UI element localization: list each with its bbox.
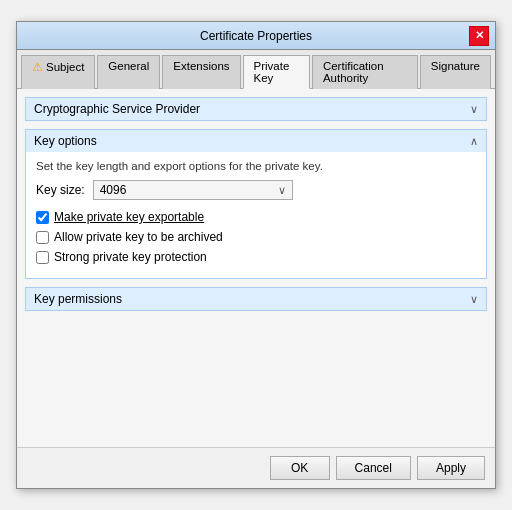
key-size-chevron-icon: ∨ — [278, 184, 286, 197]
tab-extensions[interactable]: Extensions — [162, 55, 240, 89]
checkbox-archive-row: Allow private key to be archived — [36, 230, 476, 244]
csp-label: Cryptographic Service Provider — [34, 102, 200, 116]
main-content: Cryptographic Service Provider ∨ Key opt… — [17, 89, 495, 447]
tab-signature[interactable]: Signature — [420, 55, 491, 89]
certificate-properties-window: Certificate Properties ✕ ⚠ Subject Gener… — [16, 21, 496, 489]
key-permissions-chevron-icon: ∨ — [470, 293, 478, 306]
checkbox-protection-label: Strong private key protection — [54, 250, 207, 264]
key-options-header[interactable]: Key options ∧ — [26, 130, 486, 152]
key-size-value: 4096 — [100, 183, 127, 197]
tab-bar: ⚠ Subject General Extensions Private Key… — [17, 50, 495, 89]
checkbox-archive-label: Allow private key to be archived — [54, 230, 223, 244]
cancel-button[interactable]: Cancel — [336, 456, 411, 480]
title-bar: Certificate Properties ✕ — [17, 22, 495, 50]
key-size-dropdown[interactable]: 4096 ∨ — [93, 180, 293, 200]
key-options-section: Key options ∧ Set the key length and exp… — [25, 129, 487, 279]
window-title: Certificate Properties — [43, 29, 469, 43]
checkbox-protection[interactable] — [36, 251, 49, 264]
key-permissions-title: Key permissions — [34, 292, 122, 306]
checkbox-exportable-label: Make private key exportable — [54, 210, 204, 224]
checkbox-exportable-row: Make private key exportable — [36, 210, 476, 224]
csp-chevron-icon: ∨ — [470, 103, 478, 116]
key-options-body: Set the key length and export options fo… — [26, 152, 486, 278]
tab-subject[interactable]: ⚠ Subject — [21, 55, 95, 89]
checkbox-protection-row: Strong private key protection — [36, 250, 476, 264]
csp-section-header[interactable]: Cryptographic Service Provider ∨ — [25, 97, 487, 121]
key-options-description: Set the key length and export options fo… — [36, 160, 476, 172]
key-permissions-section: Key permissions ∨ — [25, 287, 487, 311]
warning-icon: ⚠ — [32, 60, 43, 74]
tab-certification-authority[interactable]: Certification Authority — [312, 55, 418, 89]
key-permissions-header[interactable]: Key permissions ∨ — [26, 288, 486, 310]
tab-general[interactable]: General — [97, 55, 160, 89]
close-button[interactable]: ✕ — [469, 26, 489, 46]
bottom-bar: OK Cancel Apply — [17, 447, 495, 488]
key-size-label: Key size: — [36, 183, 85, 197]
checkbox-exportable[interactable] — [36, 211, 49, 224]
ok-button[interactable]: OK — [270, 456, 330, 480]
apply-button[interactable]: Apply — [417, 456, 485, 480]
checkbox-archive[interactable] — [36, 231, 49, 244]
key-options-title: Key options — [34, 134, 97, 148]
tab-private-key[interactable]: Private Key — [243, 55, 310, 89]
key-size-row: Key size: 4096 ∨ — [36, 180, 476, 200]
content-spacer — [25, 319, 487, 439]
key-options-chevron-icon: ∧ — [470, 135, 478, 148]
